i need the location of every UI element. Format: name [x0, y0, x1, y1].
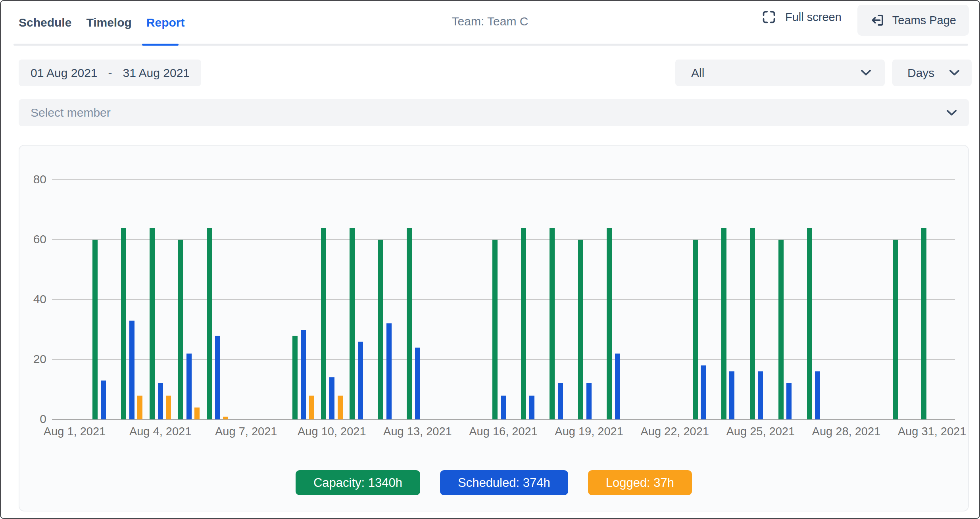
bar-capacity[interactable]	[207, 228, 212, 419]
tab-timelog[interactable]: Timelog	[86, 15, 131, 30]
y-axis-label: 80	[19, 172, 46, 186]
bar-capacity[interactable]	[321, 228, 326, 419]
x-axis-label: Aug 16, 2021	[469, 425, 538, 438]
bar-scheduled[interactable]	[615, 354, 620, 419]
bar-capacity[interactable]	[407, 228, 412, 419]
legend-scheduled-button[interactable]: Scheduled: 374h	[440, 470, 568, 495]
tab-bar: Schedule Timelog Report	[19, 15, 185, 30]
bar-scheduled[interactable]	[815, 371, 820, 419]
chevron-down-icon	[949, 69, 960, 76]
bar-capacity[interactable]	[492, 240, 498, 419]
bar-capacity[interactable]	[921, 228, 926, 419]
date-range-separator: -	[108, 66, 112, 80]
report-chart-card: Capacity: 1340h Scheduled: 374h Logged: …	[19, 145, 969, 511]
gridline	[52, 239, 955, 240]
bar-capacity[interactable]	[150, 228, 155, 419]
tab-active-indicator	[142, 44, 179, 46]
bar-capacity[interactable]	[292, 336, 298, 419]
bar-scheduled[interactable]	[501, 396, 506, 419]
bar-scheduled[interactable]	[186, 354, 192, 419]
bar-scheduled[interactable]	[758, 371, 763, 419]
bar-scheduled[interactable]	[558, 383, 563, 419]
x-axis-label: Aug 13, 2021	[383, 425, 452, 438]
bar-scheduled[interactable]	[158, 383, 163, 419]
bar-capacity[interactable]	[578, 240, 583, 419]
bar-scheduled[interactable]	[786, 383, 792, 419]
chevron-down-icon	[861, 69, 871, 76]
date-range-picker[interactable]: 01 Aug 2021 - 31 Aug 2021	[19, 60, 201, 86]
bar-scheduled[interactable]	[701, 365, 706, 419]
fullscreen-icon	[761, 10, 776, 25]
bar-logged[interactable]	[309, 396, 314, 419]
x-axis-label: Aug 22, 2021	[640, 425, 709, 438]
bar-scheduled[interactable]	[129, 321, 135, 419]
bar-capacity[interactable]	[121, 228, 126, 419]
member-select[interactable]: Select member	[19, 99, 969, 126]
scope-dropdown-value: All	[691, 66, 704, 80]
bar-logged[interactable]	[223, 417, 228, 420]
bar-capacity[interactable]	[178, 240, 183, 419]
bar-capacity[interactable]	[92, 240, 98, 419]
x-axis-label: Aug 4, 2021	[129, 425, 191, 438]
bar-scheduled[interactable]	[386, 323, 392, 419]
teams-page-button[interactable]: Teams Page	[857, 5, 969, 36]
x-axis-label: Aug 31, 2021	[898, 425, 967, 438]
bar-scheduled[interactable]	[301, 330, 306, 420]
chart-legend: Capacity: 1340h Scheduled: 374h Logged: …	[19, 470, 968, 495]
bar-capacity[interactable]	[521, 228, 526, 419]
legend-logged-button[interactable]: Logged: 37h	[588, 470, 692, 495]
fullscreen-button[interactable]: Full screen	[761, 10, 842, 25]
date-to-value[interactable]: 31 Aug 2021	[123, 66, 190, 80]
teams-page-label: Teams Page	[892, 14, 956, 27]
team-label: Team: Team C	[452, 14, 528, 29]
bar-logged[interactable]	[166, 396, 171, 419]
bar-scheduled[interactable]	[329, 377, 334, 419]
bar-logged[interactable]	[137, 396, 142, 419]
bar-scheduled[interactable]	[729, 371, 734, 419]
bar-scheduled[interactable]	[358, 342, 363, 419]
gridline	[52, 299, 955, 300]
bar-capacity[interactable]	[778, 240, 784, 419]
bar-capacity[interactable]	[750, 228, 755, 419]
app-window: Schedule Timelog Report Team: Team C Ful…	[0, 0, 980, 519]
bar-scheduled[interactable]	[586, 383, 592, 419]
bar-scheduled[interactable]	[529, 396, 534, 419]
gridline	[52, 179, 955, 180]
y-axis-label: 0	[19, 412, 46, 426]
x-axis-label: Aug 7, 2021	[215, 425, 277, 438]
x-axis-label: Aug 1, 2021	[44, 425, 106, 438]
tab-schedule[interactable]: Schedule	[19, 15, 71, 30]
bar-logged[interactable]	[338, 396, 343, 419]
date-from-value[interactable]: 01 Aug 2021	[31, 66, 98, 80]
bar-scheduled[interactable]	[101, 381, 106, 419]
bar-capacity[interactable]	[378, 240, 383, 419]
x-axis-label: Aug 19, 2021	[555, 425, 623, 438]
bar-scheduled[interactable]	[415, 348, 420, 419]
member-select-placeholder: Select member	[31, 106, 111, 119]
bar-capacity[interactable]	[893, 240, 898, 419]
y-axis-label: 20	[19, 352, 46, 366]
chevron-down-icon	[946, 110, 957, 116]
tab-report[interactable]: Report	[146, 15, 185, 30]
fullscreen-label: Full screen	[785, 11, 842, 24]
bar-capacity[interactable]	[607, 228, 612, 419]
x-axis-label: Aug 10, 2021	[298, 425, 366, 438]
bar-capacity[interactable]	[350, 228, 355, 419]
x-axis-label: Aug 28, 2021	[812, 425, 881, 438]
bar-capacity[interactable]	[550, 228, 555, 419]
bar-capacity[interactable]	[693, 240, 698, 419]
x-axis-label: Aug 25, 2021	[726, 425, 795, 438]
granularity-dropdown[interactable]: Days	[892, 60, 972, 86]
bar-capacity[interactable]	[721, 228, 726, 419]
bar-scheduled[interactable]	[215, 336, 220, 419]
legend-capacity-button[interactable]: Capacity: 1340h	[296, 470, 420, 495]
granularity-dropdown-value: Days	[907, 66, 934, 80]
bar-capacity[interactable]	[807, 228, 812, 419]
y-axis-label: 40	[19, 292, 46, 306]
exit-arrow-icon	[870, 13, 885, 28]
y-axis-label: 60	[19, 232, 46, 246]
bar-logged[interactable]	[194, 408, 200, 419]
scope-dropdown[interactable]: All	[675, 60, 885, 86]
